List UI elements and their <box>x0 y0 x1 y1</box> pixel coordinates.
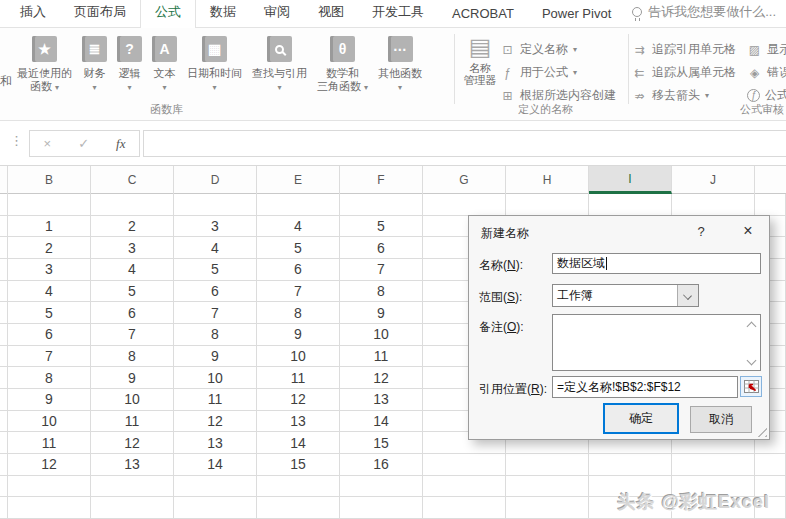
grid-cell[interactable] <box>174 194 257 216</box>
grid-cell[interactable]: 6 <box>257 259 340 281</box>
column-header-C[interactable]: C <box>91 166 174 194</box>
grid-cell[interactable]: 14 <box>340 411 423 433</box>
logical-button[interactable]: ?逻辑▾ <box>112 36 147 94</box>
grid-cell[interactable] <box>8 194 91 216</box>
grid-cell[interactable] <box>423 476 506 498</box>
grid-cell[interactable]: 9 <box>174 346 257 368</box>
grid-cell[interactable] <box>8 497 91 519</box>
grid-cell[interactable]: 9 <box>257 324 340 346</box>
text-button[interactable]: A文本▾ <box>147 36 182 94</box>
grid-cell[interactable] <box>0 454 8 476</box>
date-time-button[interactable]: ▦日期和时间▾ <box>182 36 247 94</box>
grid-cell[interactable] <box>174 497 257 519</box>
grid-cell[interactable] <box>0 194 8 216</box>
grid-cell[interactable]: 5 <box>257 237 340 259</box>
grid-cell[interactable] <box>755 454 786 476</box>
grid-cell[interactable]: 7 <box>174 302 257 324</box>
more-functions-button[interactable]: ⋯其他函数▾ <box>373 36 427 94</box>
refers-to-field[interactable]: =定义名称!$B$2:$F$12 <box>552 376 738 398</box>
math-trig-button[interactable]: θ数学和三角函数 ▾ <box>312 36 373 94</box>
recent-functions-button[interactable]: ★最近使用的函数 ▾ <box>12 36 77 94</box>
close-icon[interactable]: × <box>735 220 761 242</box>
grid-cell[interactable] <box>257 497 340 519</box>
grid-cell[interactable] <box>257 476 340 498</box>
grid-cell[interactable]: 9 <box>340 302 423 324</box>
scroll-up-icon[interactable] <box>747 322 757 332</box>
grid-cell[interactable]: 2 <box>91 216 174 238</box>
grid-cell[interactable] <box>423 454 506 476</box>
grid-cell[interactable] <box>0 281 8 303</box>
column-header-E[interactable]: E <box>257 166 340 194</box>
tab-公式[interactable]: 公式 <box>140 0 196 28</box>
grid-cell[interactable]: 13 <box>340 389 423 411</box>
grid-cell[interactable]: 8 <box>257 302 340 324</box>
grid-cell[interactable] <box>506 454 589 476</box>
grid-cell[interactable] <box>91 476 174 498</box>
grid-cell[interactable] <box>589 194 672 216</box>
column-header-H[interactable]: H <box>506 166 589 194</box>
grid-cell[interactable]: 4 <box>91 259 174 281</box>
grid-cell[interactable]: 6 <box>8 324 91 346</box>
grid-cell[interactable]: 11 <box>91 411 174 433</box>
column-header-F[interactable]: F <box>340 166 423 194</box>
grid-cell[interactable]: 10 <box>340 324 423 346</box>
grid-cell[interactable] <box>506 497 589 519</box>
grid-cell[interactable] <box>506 194 589 216</box>
grid-cell[interactable]: 9 <box>91 367 174 389</box>
help-button[interactable]: ? <box>691 222 711 242</box>
grid-cell[interactable]: 12 <box>8 454 91 476</box>
scroll-down-icon[interactable] <box>747 356 757 366</box>
grid-cell[interactable] <box>0 367 8 389</box>
tab-审阅[interactable]: 审阅 <box>250 0 304 27</box>
grid-cell[interactable]: 14 <box>257 432 340 454</box>
grid-cell[interactable] <box>91 194 174 216</box>
trace-dependents-button[interactable]: ⇇追踪从属单元格 <box>632 64 736 81</box>
collapse-dialog-button[interactable] <box>740 376 762 397</box>
chevron-down-icon[interactable] <box>677 285 698 306</box>
grid-cell[interactable] <box>0 497 8 519</box>
grid-cell[interactable] <box>340 497 423 519</box>
ok-button[interactable]: 确定 <box>603 403 679 434</box>
grid-cell[interactable] <box>0 302 8 324</box>
cancel-button[interactable]: 取消 <box>690 406 752 433</box>
grid-cell[interactable]: 6 <box>340 237 423 259</box>
grid-cell[interactable]: 10 <box>257 346 340 368</box>
grid-cell[interactable] <box>91 497 174 519</box>
tab-开发工具[interactable]: 开发工具 <box>358 0 438 27</box>
grid-cell[interactable] <box>0 259 8 281</box>
grid-cell[interactable]: 6 <box>174 281 257 303</box>
grid-cell[interactable]: 15 <box>257 454 340 476</box>
grid-cell[interactable]: 3 <box>8 259 91 281</box>
name-field[interactable]: 数据区域 <box>552 253 761 274</box>
resize-grip-icon[interactable] <box>756 426 767 437</box>
column-header-J[interactable]: J <box>672 166 755 194</box>
lookup-reference-button[interactable]: 查找与引用▾ <box>247 36 312 94</box>
column-header-D[interactable]: D <box>174 166 257 194</box>
grid-cell[interactable] <box>0 411 8 433</box>
name-manager-button[interactable]: ▤ 名称 管理器 <box>458 34 502 86</box>
grid-cell[interactable] <box>340 476 423 498</box>
grid-cell[interactable]: 6 <box>91 302 174 324</box>
grid-cell[interactable]: 4 <box>8 281 91 303</box>
grid-cell[interactable] <box>0 216 8 238</box>
grid-cell[interactable]: 10 <box>91 389 174 411</box>
grid-cell[interactable] <box>257 194 340 216</box>
grid-cell[interactable]: 8 <box>340 281 423 303</box>
grid-cell[interactable]: 12 <box>91 432 174 454</box>
autosum-partial-label[interactable]: 和 <box>0 73 12 90</box>
tell-me-box[interactable]: 告诉我您想要做什么... <box>632 3 786 27</box>
error-checking-button[interactable]: ◈错误 <box>747 64 786 81</box>
column-header-I[interactable]: I <box>589 166 672 194</box>
insert-function-icon[interactable]: fx <box>116 136 125 152</box>
grid-cell[interactable]: 8 <box>91 346 174 368</box>
grid-cell[interactable]: 11 <box>340 346 423 368</box>
grid-cell[interactable] <box>506 476 589 498</box>
grid-cell[interactable]: 2 <box>8 237 91 259</box>
tab-视图[interactable]: 视图 <box>304 0 358 27</box>
grid-cell[interactable] <box>0 237 8 259</box>
grid-cell[interactable]: 5 <box>91 281 174 303</box>
grid-cell[interactable] <box>672 454 755 476</box>
define-name-button[interactable]: ⊡定义名称▾ <box>500 41 616 58</box>
trace-precedents-button[interactable]: ⇉追踪引用单元格 <box>632 41 736 58</box>
grid-cell[interactable]: 12 <box>174 411 257 433</box>
